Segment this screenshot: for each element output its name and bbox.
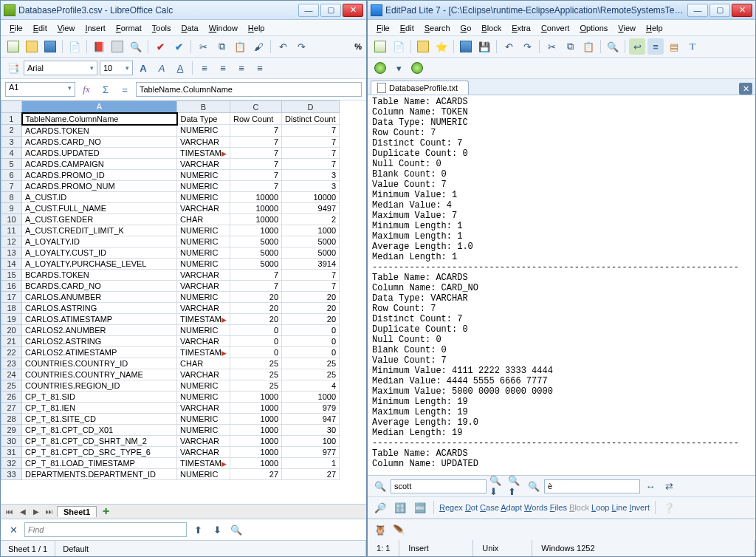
sheet-nav-last[interactable]: ⏭ — [44, 506, 55, 518]
cell[interactable]: VARCHAR — [177, 136, 230, 147]
menu-edit[interactable]: Edit — [396, 22, 419, 34]
cell[interactable]: 1000 — [230, 225, 282, 236]
minimize-button[interactable]: — — [298, 4, 319, 17]
cell[interactable]: A_CUST.FULL_NAME — [22, 202, 177, 213]
cell[interactable]: CP_T_81.CPT_CD_SRC_TYPE_6 — [22, 446, 177, 457]
cell[interactable]: A_LOYALTY.PURCHASE_LEVEL — [22, 258, 177, 269]
font-name-select[interactable]: Arial — [24, 61, 97, 75]
cell[interactable]: 1000 — [282, 225, 340, 236]
cell[interactable]: 20 — [230, 302, 282, 313]
replace-all-button[interactable]: ⇄ — [661, 478, 677, 494]
search-opt-regex[interactable]: Regex — [439, 503, 463, 512]
cell[interactable]: VARCHAR — [177, 269, 230, 280]
cell[interactable]: VARCHAR — [177, 280, 230, 291]
find-next-button[interactable]: ⬇ — [209, 522, 225, 538]
browser-go-button[interactable] — [409, 60, 425, 76]
save-button[interactable] — [458, 38, 474, 55]
cell[interactable]: 25 — [230, 380, 282, 391]
opt-icon-3[interactable]: 🔤 — [412, 499, 428, 516]
copy-button[interactable]: ⧉ — [213, 38, 230, 55]
cell[interactable]: CHAR — [177, 358, 230, 369]
menu-options[interactable]: Options — [575, 22, 612, 34]
cell[interactable]: 20 — [230, 313, 282, 324]
cell[interactable]: ACARDS.CAMPAIGN — [22, 158, 177, 169]
spellcheck-button[interactable]: ✔ — [152, 38, 168, 55]
cell[interactable]: 1000 — [230, 457, 282, 468]
cell[interactable]: NUMERIC — [177, 247, 230, 258]
cell[interactable]: 3 — [282, 180, 340, 191]
cell[interactable]: 0 — [230, 346, 282, 358]
cell[interactable]: DEPARTMENTS.DEPARTMENT_ID — [22, 468, 177, 479]
close-find-button[interactable]: ✕ — [5, 522, 21, 538]
cell[interactable]: 7 — [230, 136, 282, 147]
highlights-button[interactable]: ▤ — [666, 38, 682, 55]
menu-insert[interactable]: Insert — [80, 22, 110, 34]
cell[interactable]: VARCHAR — [177, 435, 230, 446]
cell[interactable]: BCARDS.TOKEN — [22, 269, 177, 280]
cell[interactable]: A_CUST.ID — [22, 191, 177, 202]
formula-button[interactable]: = — [117, 81, 133, 98]
search-opt-dot[interactable]: Dot — [465, 503, 478, 512]
cell[interactable]: NUMERIC — [177, 291, 230, 302]
cell[interactable]: NUMERIC — [177, 191, 230, 202]
cell[interactable]: 979 — [282, 402, 340, 413]
cell[interactable]: ACARDS.TOKEN — [22, 125, 177, 137]
cell[interactable]: TIMESTAM▶ — [177, 313, 230, 324]
spreadsheet-grid[interactable]: ABCD1TableName.ColumnNameData TypeRow Co… — [1, 100, 366, 504]
cell[interactable]: 25 — [230, 358, 282, 369]
cell[interactable]: VARCHAR — [177, 202, 230, 213]
new-from-button[interactable]: 📄 — [391, 38, 407, 55]
cell[interactable]: 10000 — [230, 213, 282, 225]
menu-convert[interactable]: Convert — [537, 22, 574, 34]
cell[interactable]: 27 — [230, 468, 282, 479]
search-opt-case[interactable]: Case — [480, 503, 499, 512]
cell[interactable]: TIMESTAM▶ — [177, 346, 230, 358]
undo-button[interactable]: ↶ — [501, 38, 517, 55]
styles-button[interactable]: 📑 — [5, 60, 21, 76]
cell[interactable]: 1000 — [230, 424, 282, 435]
save-all-button[interactable]: 💾 — [476, 38, 492, 55]
status-eol[interactable]: Unix — [473, 540, 532, 556]
search-opt-loop[interactable]: Loop — [591, 503, 609, 512]
cell[interactable]: 1000 — [230, 435, 282, 446]
cell[interactable]: 7 — [230, 269, 282, 280]
menu-view[interactable]: View — [614, 22, 640, 34]
cell[interactable]: 5000 — [230, 258, 282, 269]
cell[interactable]: 5000 — [230, 236, 282, 247]
cell[interactable]: A_CUST.CREDIT_LIMIT_K — [22, 225, 177, 236]
align-center-button[interactable]: ≡ — [215, 60, 231, 76]
cell-reference-input[interactable]: A1 — [5, 82, 75, 97]
replace-input[interactable] — [544, 479, 640, 493]
auto-spellcheck-button[interactable]: ✔ — [171, 38, 187, 55]
copy-button[interactable]: ⧉ — [562, 38, 578, 55]
cell[interactable]: ACARDS.PROMO_ID — [22, 169, 177, 180]
cell[interactable]: Data Type — [177, 113, 230, 125]
edit-file-button[interactable]: 📄 — [66, 38, 83, 55]
search-opt-adapt[interactable]: Adapt — [501, 503, 522, 512]
find-input[interactable] — [24, 522, 187, 537]
document-tab[interactable]: DatabaseProfile.txt — [371, 81, 469, 95]
new-button[interactable] — [372, 38, 388, 55]
function-wizard-button[interactable]: fx — [78, 81, 94, 98]
cell[interactable]: 10000 — [230, 202, 282, 213]
cell[interactable]: COUNTRIES.REGION_ID — [22, 380, 177, 391]
cell[interactable]: 1 — [282, 457, 340, 468]
favorites-button[interactable]: ⭐ — [433, 38, 450, 55]
cell[interactable]: 5000 — [230, 247, 282, 258]
status-encoding[interactable]: Windows 1252 — [532, 540, 755, 556]
search-opt-invert[interactable]: Invert — [629, 503, 650, 512]
cell[interactable]: 27 — [282, 468, 340, 479]
cell[interactable]: 1000 — [230, 446, 282, 457]
cell[interactable]: CP_T_81.IEN — [22, 402, 177, 413]
cell[interactable]: COUNTRIES.COUNTRY_ID — [22, 358, 177, 369]
browser-dropdown-button[interactable]: ▾ — [391, 60, 407, 76]
cell[interactable]: 7 — [282, 136, 340, 147]
cell[interactable]: 10000 — [282, 191, 340, 202]
align-justify-button[interactable]: ≡ — [252, 60, 268, 76]
align-right-button[interactable]: ≡ — [233, 60, 250, 76]
font-size-select[interactable]: 10 — [100, 61, 133, 75]
redo-button[interactable]: ↷ — [519, 38, 535, 55]
cell[interactable]: Row Count — [230, 113, 282, 125]
search-go-button[interactable]: 🔍 — [372, 478, 388, 494]
cell[interactable]: 0 — [282, 346, 340, 358]
